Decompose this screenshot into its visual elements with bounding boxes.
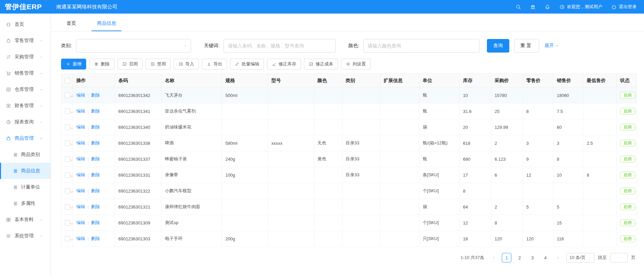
delete-link[interactable]: 删除 [91, 236, 100, 241]
toolbar-button-label: 导入 [185, 61, 194, 67]
toolbar-button-批量编辑[interactable]: 批量编辑 [230, 59, 264, 70]
toolbar-button-导出[interactable]: 导出 [202, 59, 227, 70]
toolbar-button-label: 导出 [213, 61, 222, 67]
sidebar-item-系统管理[interactable]: 系统管理 [0, 228, 51, 244]
sidebar-subitem-商品类别[interactable]: 商品类别 [0, 146, 51, 163]
toolbar-button-新增[interactable]: 新增 [61, 59, 86, 70]
sidebar-item-采购管理[interactable]: 采购管理 [0, 49, 51, 65]
edit-link[interactable]: 编辑 [76, 236, 85, 241]
page-button-1[interactable]: 1 [502, 253, 511, 262]
cell-unit: 瓶 [419, 103, 459, 119]
bank-icon[interactable] [530, 4, 536, 10]
expand-link[interactable]: 展开 [545, 43, 559, 49]
delete-link[interactable]: 删除 [91, 204, 100, 209]
trash-icon [94, 62, 99, 66]
cell-stock: 64 [459, 199, 491, 215]
toolbar-button-列设置[interactable]: 列设置 [341, 59, 371, 70]
column-header: 条码 [115, 74, 161, 87]
edit-link[interactable]: 编辑 [76, 188, 85, 193]
sidebar-item-仓库管理[interactable]: 仓库管理 [0, 81, 51, 98]
jump-page-input[interactable] [610, 253, 628, 262]
delete-link[interactable]: 删除 [91, 93, 100, 98]
sidebar-item-首页[interactable]: 首页 [0, 16, 51, 33]
search-icon[interactable] [515, 4, 521, 10]
toolbar-button-导入[interactable]: 导入 [174, 59, 199, 70]
row-checkbox[interactable] [65, 204, 70, 210]
chevron-down-icon [555, 44, 559, 48]
toolbar-button-禁用[interactable]: 禁用 [146, 59, 171, 70]
page-button-3[interactable]: 3 [528, 253, 537, 262]
cell-stock: 12 [459, 215, 491, 231]
sidebar-subitem-商品信息[interactable]: 商品信息 [0, 163, 51, 179]
row-checkbox[interactable] [65, 108, 70, 114]
tab-product-info[interactable]: 商品信息 [92, 20, 121, 31]
delete-link[interactable]: 删除 [91, 220, 100, 225]
row-checkbox[interactable] [65, 236, 70, 241]
delete-link[interactable]: 删除 [91, 108, 100, 114]
toolbar-button-启用[interactable]: 启用 [117, 59, 143, 70]
top-header: 管伊佳ERP 南通某某网络科技有限公司 欢迎您，测试用户 退出登录 [0, 0, 644, 14]
reset-button[interactable]: 重置 [514, 39, 539, 53]
cell-purchase_price: 2 [491, 199, 523, 215]
page-size-select[interactable]: 10 条/页 [566, 253, 594, 262]
select-all-checkbox[interactable] [65, 78, 70, 83]
row-checkbox[interactable] [65, 220, 70, 225]
next-page-button[interactable] [553, 253, 563, 262]
row-checkbox[interactable] [65, 172, 70, 178]
edit-link[interactable]: 编辑 [76, 220, 85, 225]
delete-link[interactable]: 删除 [91, 188, 100, 193]
tab-home[interactable]: 首页 [61, 20, 81, 31]
row-checkbox[interactable] [65, 124, 70, 130]
toolbar-button-修正成本[interactable]: 修正成本 [304, 59, 338, 70]
keyword-input[interactable] [224, 39, 336, 53]
edit-link[interactable]: 编辑 [76, 156, 85, 161]
bell-icon[interactable] [545, 4, 550, 10]
sidebar-item-财务管理[interactable]: 财务管理 [0, 98, 51, 114]
toolbar-button-删除[interactable]: 删除 [89, 59, 114, 70]
welcome-user[interactable]: 欢迎您，测试用户 [559, 4, 602, 10]
delete-link[interactable]: 删除 [91, 124, 100, 130]
row-actions: 编辑|删除 [73, 135, 115, 151]
sidebar-subitem-多属性[interactable]: 多属性 [0, 195, 51, 212]
edit-link[interactable]: 编辑 [76, 108, 85, 114]
color-input[interactable] [363, 39, 479, 53]
cell-color [314, 119, 342, 135]
sidebar-item-零售管理[interactable]: 零售管理 [0, 33, 51, 49]
cell-purchase_price: 25 [491, 103, 523, 119]
logout-button[interactable]: 退出登录 [611, 4, 637, 10]
trend-icon [272, 62, 277, 66]
delete-link[interactable]: 删除 [91, 156, 100, 161]
prev-page-button[interactable] [489, 253, 498, 262]
edit-link[interactable]: 编辑 [76, 140, 85, 145]
import-icon [178, 62, 183, 66]
header-actions: 欢迎您，测试用户 退出登录 [515, 4, 644, 10]
sidebar-item-label: 采购管理 [15, 54, 39, 60]
toolbar-button-修正库存[interactable]: 修正库存 [267, 59, 301, 70]
column-header: 类别 [342, 74, 380, 87]
edit-link[interactable]: 编辑 [76, 204, 85, 209]
sidebar-item-商品管理[interactable]: 商品管理 [0, 130, 51, 146]
edit-link[interactable]: 编辑 [76, 124, 85, 130]
sidebar-item-报表查询[interactable]: 报表查询 [0, 114, 51, 130]
column-header: 扩展信息 [380, 74, 419, 87]
content-panel: 类别: 关键词: 颜色: 查询 重置 展开 新增删除启用禁用导入导出批量编辑修正… [51, 32, 644, 277]
row-checkbox[interactable] [65, 156, 70, 162]
sidebar-subitem-计量单位[interactable]: 计量单位 [0, 179, 51, 195]
edit-link[interactable]: 编辑 [76, 93, 85, 98]
sidebar-item-基本资料[interactable]: 基本资料 [0, 212, 51, 228]
row-checkbox[interactable] [65, 188, 70, 194]
doc-icon [13, 201, 18, 206]
row-checkbox[interactable] [65, 93, 70, 98]
edit-link[interactable]: 编辑 [76, 172, 85, 177]
search-button[interactable]: 查询 [487, 39, 509, 53]
page-button-2[interactable]: 2 [515, 253, 524, 262]
cell-ext [380, 215, 419, 231]
delete-link[interactable]: 删除 [91, 140, 100, 145]
sidebar-item-销售管理[interactable]: 销售管理 [0, 65, 51, 81]
category-select[interactable] [76, 39, 191, 53]
page-button-4[interactable]: 4 [541, 253, 550, 262]
cell-spec: 240g [222, 151, 268, 167]
delete-link[interactable]: 删除 [91, 172, 100, 177]
row-checkbox-cell [61, 215, 73, 231]
row-checkbox[interactable] [65, 140, 70, 146]
